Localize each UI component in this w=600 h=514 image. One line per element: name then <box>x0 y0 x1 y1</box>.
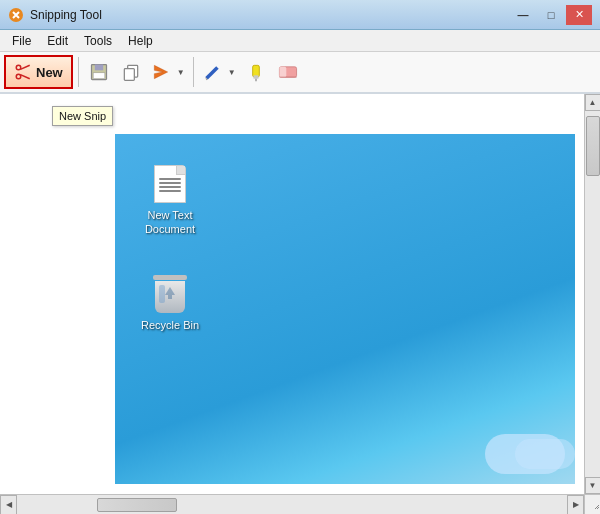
pen-button[interactable] <box>199 57 225 87</box>
eraser-button[interactable] <box>273 57 303 87</box>
cloud-decoration <box>485 434 565 474</box>
eraser-icon <box>276 62 300 82</box>
document-icon <box>154 165 186 203</box>
menu-bar: File Edit Tools Help <box>0 30 600 52</box>
svg-rect-10 <box>252 65 259 77</box>
text-document-icon-img <box>150 164 190 204</box>
scrollbar-corner <box>584 495 600 515</box>
scroll-down-arrow[interactable]: ▼ <box>585 477 601 494</box>
svg-rect-7 <box>93 73 105 79</box>
svg-rect-14 <box>279 67 286 77</box>
pen-button-group: ▼ <box>199 57 239 87</box>
recycle-symbol <box>159 283 181 309</box>
new-snip-button[interactable]: New <box>4 55 73 89</box>
highlighter-button[interactable] <box>241 57 271 87</box>
title-bar: Snipping Tool — □ ✕ <box>0 0 600 30</box>
recycle-bin-icon <box>153 275 187 313</box>
desktop-icon-recycle-bin[interactable]: Recycle Bin <box>135 274 205 332</box>
pen-icon <box>202 62 222 82</box>
copy-icon <box>121 62 141 82</box>
recycle-lid <box>153 275 187 280</box>
menu-edit[interactable]: Edit <box>39 32 76 50</box>
highlighter-icon <box>246 62 266 82</box>
doc-line <box>159 190 181 192</box>
toolbar-separator-2 <box>193 57 194 87</box>
scroll-track-h[interactable] <box>17 495 567 515</box>
recycle-bin-label: Recycle Bin <box>141 318 199 332</box>
doc-line <box>159 182 181 184</box>
toolbar: New ▼ ▼ <box>0 52 600 94</box>
menu-tools[interactable]: Tools <box>76 32 120 50</box>
bottom-bar: ◀ ▶ <box>0 494 600 514</box>
svg-rect-6 <box>95 65 103 71</box>
new-button-label: New <box>36 65 63 80</box>
window-controls: — □ ✕ <box>510 5 592 25</box>
send-icon <box>151 62 171 82</box>
recycle-can <box>155 281 185 313</box>
text-document-label: New Text Document <box>135 208 205 237</box>
send-button[interactable] <box>148 57 174 87</box>
resize-grip-icon <box>585 495 600 511</box>
doc-line <box>159 186 181 188</box>
scroll-left-arrow[interactable]: ◀ <box>0 495 17 515</box>
pen-dropdown-button[interactable]: ▼ <box>225 57 239 87</box>
recycle-bin-icon-img <box>150 274 190 314</box>
title-bar-left: Snipping Tool <box>8 7 102 23</box>
scissors-icon <box>14 63 32 81</box>
horizontal-scrollbar: ◀ ▶ <box>0 495 584 515</box>
snip-content: New Text Document <box>115 134 575 484</box>
svg-rect-9 <box>124 69 134 81</box>
copy-button[interactable] <box>116 57 146 87</box>
scroll-thumb-h[interactable] <box>97 498 177 512</box>
close-button[interactable]: ✕ <box>566 5 592 25</box>
main-area: New Snip <box>0 94 600 514</box>
svg-rect-11 <box>253 75 258 78</box>
scroll-right-arrow[interactable]: ▶ <box>567 495 584 515</box>
app-icon <box>8 7 24 23</box>
svg-line-3 <box>20 65 29 69</box>
desktop-background: New Text Document <box>115 134 575 484</box>
scroll-track-v[interactable] <box>585 111 600 477</box>
toolbar-separator-1 <box>78 57 79 87</box>
save-button[interactable] <box>84 57 114 87</box>
scroll-thumb-v[interactable] <box>586 116 600 176</box>
svg-point-1 <box>16 65 21 70</box>
scroll-up-arrow[interactable]: ▲ <box>585 94 601 111</box>
doc-lines <box>155 166 185 196</box>
send-dropdown-button[interactable]: ▼ <box>174 57 188 87</box>
minimize-button[interactable]: — <box>510 5 536 25</box>
new-snip-tooltip: New Snip <box>52 106 113 126</box>
canvas-area: New Snip <box>0 94 584 494</box>
svg-point-2 <box>16 74 21 79</box>
desktop-icon-text-document[interactable]: New Text Document <box>135 164 205 237</box>
send-button-group: ▼ <box>148 57 188 87</box>
save-icon <box>89 62 109 82</box>
vertical-scrollbar: ▲ ▼ <box>584 94 600 494</box>
window-title: Snipping Tool <box>30 8 102 22</box>
maximize-button[interactable]: □ <box>538 5 564 25</box>
menu-file[interactable]: File <box>4 32 39 50</box>
doc-line <box>159 178 181 180</box>
svg-line-4 <box>20 75 29 79</box>
canvas-and-scroll: New Snip <box>0 94 600 494</box>
menu-help[interactable]: Help <box>120 32 161 50</box>
